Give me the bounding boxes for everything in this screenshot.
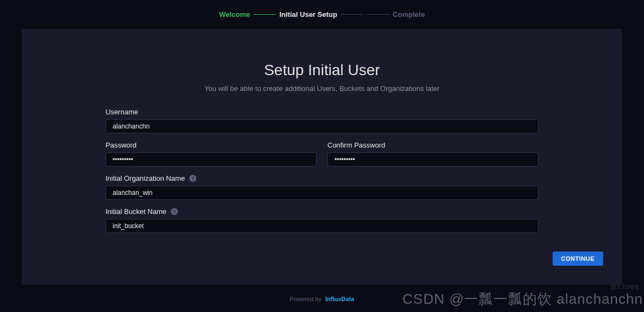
page-title: Setup Initial User <box>106 62 538 79</box>
step-initial-user-setup[interactable]: Initial User Setup <box>280 10 337 19</box>
password-group: Password <box>106 141 317 167</box>
powered-by-text: Powered by <box>290 296 321 302</box>
wizard-steps: Welcome Initial User Setup Complete <box>0 0 644 29</box>
confirm-password-input[interactable] <box>327 152 538 167</box>
password-label: Password <box>106 141 137 149</box>
username-group: Username <box>106 108 538 133</box>
bucket-name-label: Initial Bucket Name <box>106 207 166 216</box>
page-subtitle: You will be able to create additional Us… <box>106 84 538 93</box>
continue-button[interactable]: CONTINUE <box>553 252 603 266</box>
org-name-label: Initial Organization Name <box>106 174 185 182</box>
org-name-input[interactable] <box>106 186 538 200</box>
help-icon[interactable]: ? <box>189 175 196 182</box>
step-line <box>253 14 276 15</box>
footer: Powered by InfluxData <box>0 285 644 302</box>
help-icon[interactable]: ? <box>171 208 178 215</box>
bucket-name-input[interactable] <box>106 219 538 233</box>
username-input[interactable] <box>106 119 538 133</box>
username-label: Username <box>106 108 138 116</box>
org-name-group: Initial Organization Name ? <box>106 174 538 200</box>
setup-panel: Setup Initial User You will be able to c… <box>22 29 622 285</box>
password-input[interactable] <box>106 152 317 167</box>
step-complete[interactable]: Complete <box>393 10 425 19</box>
confirm-password-label: Confirm Password <box>327 141 385 149</box>
bucket-name-group: Initial Bucket Name ? <box>106 207 538 233</box>
step-welcome[interactable]: Welcome <box>219 10 250 19</box>
confirm-password-group: Confirm Password <box>327 141 538 167</box>
step-line <box>340 14 363 15</box>
step-line <box>367 14 389 15</box>
influxdata-link[interactable]: InfluxData <box>325 296 354 302</box>
